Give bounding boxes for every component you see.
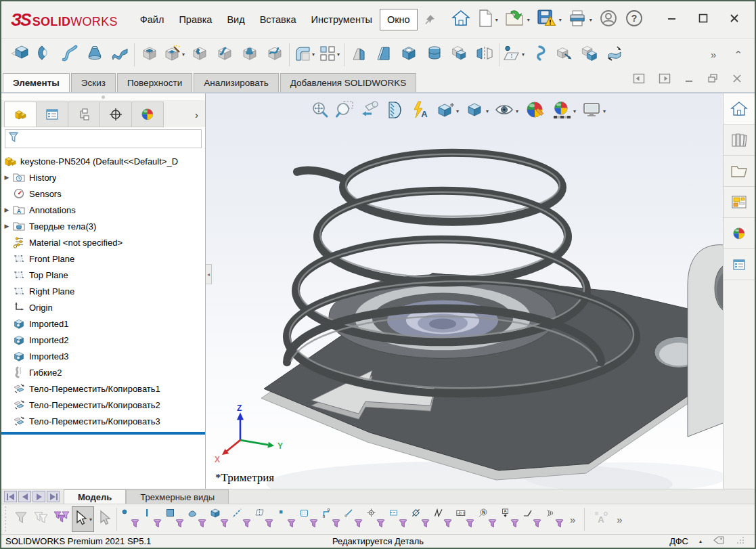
tag-icon[interactable] bbox=[713, 535, 725, 547]
dropdown-arrow-icon[interactable]: ▾ bbox=[603, 108, 606, 114]
menu-insert[interactable]: Вставка bbox=[252, 9, 304, 30]
selection-filter-toggle[interactable] bbox=[11, 506, 31, 532]
previous-pane-button[interactable] bbox=[633, 73, 645, 87]
edit-appearance-button[interactable] bbox=[523, 100, 546, 123]
lofted-boss-base-button[interactable] bbox=[82, 41, 107, 69]
expand-arrow-icon[interactable]: ▶ bbox=[1, 174, 12, 181]
dropdown-arrow-icon[interactable]: ▾ bbox=[456, 108, 459, 114]
dropdown-arrow-icon[interactable]: ▾ bbox=[312, 51, 315, 58]
tree-item-material[interactable]: Material <not specified> bbox=[1, 234, 205, 250]
mirror-button[interactable] bbox=[472, 41, 497, 69]
tree-item-body-move-copy3[interactable]: Тело-Переместить/Копировать3 bbox=[1, 413, 205, 429]
boundary-cut-button[interactable] bbox=[262, 41, 287, 69]
dropdown-arrow-icon[interactable]: ▾ bbox=[495, 17, 498, 23]
rollback-bar[interactable] bbox=[1, 432, 205, 435]
3d-model[interactable]: Z Y X bbox=[206, 93, 726, 489]
dropdown-arrow-icon[interactable]: ▾ bbox=[590, 17, 592, 23]
menu-window[interactable]: Окно bbox=[380, 9, 418, 30]
tab-scroll-next-button[interactable] bbox=[32, 491, 45, 502]
menu-view[interactable]: Вид bbox=[219, 9, 252, 30]
dropdown-arrow-icon[interactable]: ▾ bbox=[559, 17, 562, 23]
tree-item-sensors[interactable]: Sensors bbox=[1, 185, 205, 202]
rib-button[interactable] bbox=[347, 41, 372, 69]
selection-overflow-icon[interactable]: » bbox=[570, 514, 575, 525]
displaymanager-tab[interactable] bbox=[131, 102, 164, 127]
save-button[interactable]: ▾ bbox=[534, 7, 564, 32]
view-orientation-button[interactable]: ▾ bbox=[434, 100, 460, 122]
filter-sketches[interactable] bbox=[298, 506, 320, 533]
linear-pattern-button[interactable]: ▾ bbox=[317, 41, 342, 69]
restore-document-button[interactable] bbox=[707, 73, 718, 87]
close-document-button[interactable] bbox=[732, 73, 742, 87]
apply-scene-button[interactable]: ▾ bbox=[550, 100, 577, 123]
status-expand-icon[interactable]: ▴ bbox=[699, 538, 702, 544]
format-overflow-icon[interactable]: » bbox=[617, 514, 622, 525]
tab-evaluate[interactable]: Анализировать bbox=[194, 73, 279, 92]
dropdown-arrow-icon[interactable]: ▾ bbox=[182, 51, 185, 58]
new-document-button[interactable]: ▾ bbox=[474, 7, 501, 32]
panel-splitter-handle[interactable]: ◂ bbox=[206, 264, 212, 284]
fillet-button[interactable]: ▾ bbox=[292, 41, 317, 69]
annotation-views-button[interactable]: A bbox=[409, 100, 430, 122]
tab-scroll-first-button[interactable] bbox=[4, 491, 17, 502]
menu-tools[interactable]: Инструменты bbox=[304, 9, 380, 30]
filter-sketch-segments[interactable] bbox=[320, 506, 342, 533]
zoom-to-area-button[interactable] bbox=[334, 100, 355, 122]
tree-filter-input[interactable] bbox=[5, 129, 202, 148]
filter-midpoints[interactable] bbox=[342, 506, 365, 533]
close-window-button[interactable] bbox=[729, 13, 740, 26]
lofted-cut-button[interactable] bbox=[237, 41, 262, 69]
tree-item-part-root[interactable]: keystone-PN5204 (Default<<Default>_D bbox=[1, 153, 205, 169]
maximize-window-button[interactable] bbox=[698, 13, 709, 26]
tree-item-body-move-copy2[interactable]: Тело-Переместить/Копировать2 bbox=[1, 397, 205, 413]
filter-surface-finish-symbols[interactable] bbox=[432, 506, 454, 533]
home-button[interactable] bbox=[449, 7, 473, 32]
tree-item-imported2[interactable]: Imported2 bbox=[1, 332, 205, 348]
dropdown-arrow-icon[interactable]: ▾ bbox=[486, 108, 489, 114]
filter-geometric-tolerances[interactable]: 0.3 bbox=[454, 506, 476, 533]
taskpane-file-explorer-tab[interactable] bbox=[724, 156, 755, 187]
filter-notes[interactable]: N bbox=[476, 506, 499, 533]
tree-item-body-move-copy1[interactable]: Тело-Переместить/Копировать1 bbox=[1, 380, 205, 397]
lasso-select-button[interactable] bbox=[94, 506, 114, 532]
dropdown-arrow-icon[interactable]: ▾ bbox=[516, 108, 518, 114]
text-format-button[interactable]: A bbox=[594, 510, 610, 528]
propertymanager-tab[interactable] bbox=[36, 102, 68, 127]
pin-menu-icon[interactable] bbox=[424, 14, 435, 25]
zoom-to-fit-button[interactable] bbox=[309, 100, 330, 122]
curves-button[interactable] bbox=[527, 41, 552, 69]
tree-item-annotations[interactable]: ▶AAnnotations bbox=[1, 202, 205, 218]
filter-vertices[interactable] bbox=[119, 506, 141, 533]
dropdown-arrow-icon[interactable]: ▾ bbox=[522, 51, 525, 58]
featuremanager-expand-arrow[interactable]: › bbox=[192, 109, 201, 120]
panel-grip[interactable] bbox=[1, 93, 205, 100]
menu-edit[interactable]: Правка bbox=[171, 9, 219, 30]
taskpane-custom-properties-tab[interactable] bbox=[724, 249, 755, 280]
dropdown-arrow-icon[interactable]: ▾ bbox=[573, 108, 576, 114]
wrap-button[interactable] bbox=[422, 41, 447, 69]
menu-file[interactable]: Файл bbox=[133, 9, 172, 30]
swept-cut-button[interactable] bbox=[212, 41, 237, 69]
tree-item-imported3[interactable]: Imported3 bbox=[1, 348, 205, 364]
swept-boss-base-button[interactable] bbox=[57, 41, 82, 69]
move-copy-body-button[interactable] bbox=[552, 41, 577, 69]
filter-datums[interactable]: A bbox=[499, 506, 521, 533]
tree-item-front-plane[interactable]: Front Plane bbox=[1, 250, 205, 267]
filter-dimensions[interactable] bbox=[409, 506, 432, 533]
tree-item-solid-bodies[interactable]: ▶Твердые тела(3) bbox=[1, 218, 205, 234]
status-dfs[interactable]: ДФС bbox=[669, 536, 688, 546]
dropdown-arrow-icon[interactable]: ▾ bbox=[337, 51, 340, 58]
filter-sketch-points[interactable] bbox=[275, 506, 298, 533]
filter-weld-symbols[interactable] bbox=[521, 506, 543, 533]
filter-centerlines[interactable] bbox=[387, 506, 409, 533]
dropdown-arrow-icon[interactable]: ▾ bbox=[527, 17, 530, 23]
revolved-boss-base-button[interactable] bbox=[32, 41, 57, 69]
filter-solid-bodies[interactable] bbox=[208, 506, 231, 533]
expand-arrow-icon[interactable]: ▶ bbox=[1, 206, 12, 213]
previous-view-button[interactable] bbox=[359, 100, 380, 122]
filter-planes[interactable] bbox=[253, 506, 275, 533]
tree-item-origin[interactable]: Origin bbox=[1, 299, 205, 315]
tab-features[interactable]: Элементы bbox=[3, 73, 70, 92]
filter-faces[interactable] bbox=[164, 506, 186, 533]
combine-button[interactable] bbox=[577, 41, 602, 69]
